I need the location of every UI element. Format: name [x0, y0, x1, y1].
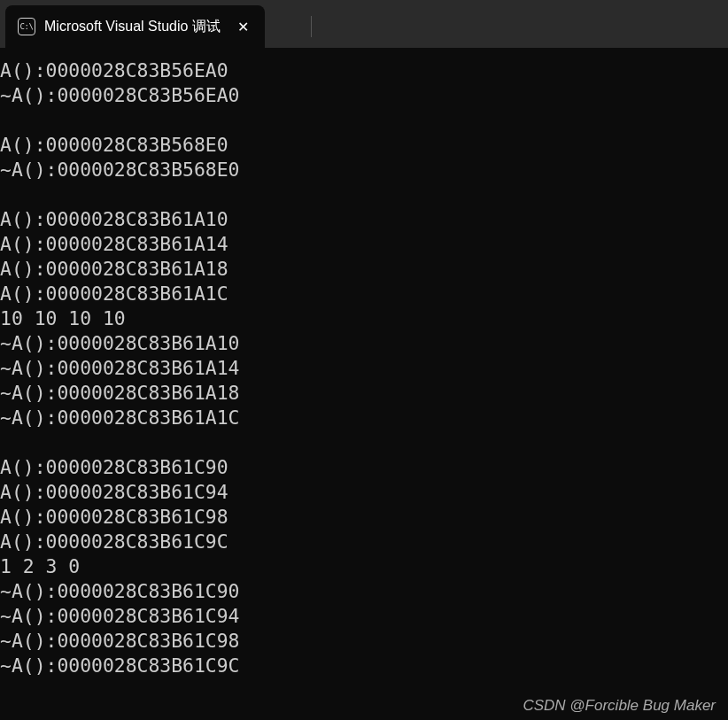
console-line: ~A():0000028C83B61C90 [0, 579, 728, 604]
console-line: ~A():0000028C83B61C9C [0, 654, 728, 678]
console-line: A():0000028C83B56EA0 [0, 58, 728, 83]
close-icon: ✕ [237, 19, 249, 35]
console-line: ~A():0000028C83B61C98 [0, 629, 728, 654]
console-line: ~A():0000028C83B61A1C [0, 406, 728, 430]
console-line [0, 182, 728, 207]
console-icon: C:\ [18, 18, 35, 35]
console-line: A():0000028C83B61C94 [0, 480, 728, 505]
console-line: A():0000028C83B61A18 [0, 257, 728, 282]
console-line [0, 430, 728, 455]
console-line: A():0000028C83B61A10 [0, 207, 728, 232]
console-line: 10 10 10 10 [0, 306, 728, 331]
console-line: A():0000028C83B61C9C [0, 530, 728, 554]
console-line: ~A():0000028C83B61C94 [0, 604, 728, 629]
console-line: A():0000028C83B61C98 [0, 505, 728, 530]
console-output[interactable]: A():0000028C83B56EA0~A():0000028C83B56EA… [0, 48, 728, 678]
tab-title: Microsoft Visual Studio 调试 [44, 18, 221, 36]
console-line: A():0000028C83B568E0 [0, 133, 728, 158]
console-line: A():0000028C83B61A1C [0, 282, 728, 306]
active-tab[interactable]: C:\ Microsoft Visual Studio 调试 ✕ [5, 5, 265, 48]
window-titlebar: C:\ Microsoft Visual Studio 调试 ✕ [0, 0, 728, 48]
console-line: ~A():0000028C83B61A14 [0, 356, 728, 381]
tab-dropdown-button[interactable] [312, 5, 351, 48]
console-line: ~A():0000028C83B56EA0 [0, 83, 728, 108]
watermark: CSDN @Forcible Bug Maker [523, 697, 716, 715]
console-line: A():0000028C83B61C90 [0, 455, 728, 480]
console-line: A():0000028C83B61A14 [0, 232, 728, 257]
console-line [0, 108, 728, 133]
console-line: ~A():0000028C83B61A10 [0, 331, 728, 356]
console-line: 1 2 3 0 [0, 554, 728, 579]
close-tab-button[interactable]: ✕ [233, 16, 254, 37]
new-tab-button[interactable] [272, 5, 311, 48]
console-line: ~A():0000028C83B61A18 [0, 381, 728, 406]
titlebar-actions [272, 5, 351, 48]
console-line: ~A():0000028C83B568E0 [0, 158, 728, 182]
